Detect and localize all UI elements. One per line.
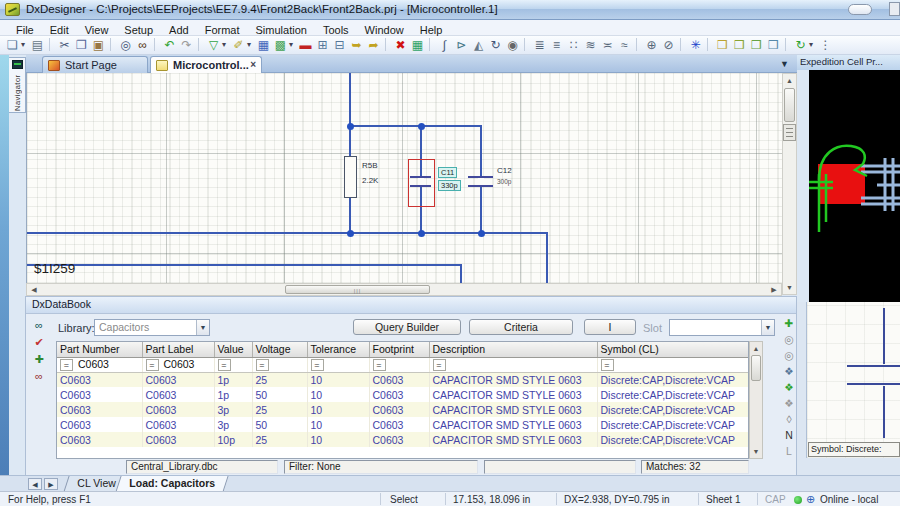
cell-preview-canvas[interactable] <box>809 70 900 302</box>
group-icon[interactable]: ⊕ <box>643 36 660 54</box>
filter-operator-dropdown[interactable]: = <box>60 359 73 371</box>
wire-vertical-right[interactable] <box>546 232 548 283</box>
menu-item-view[interactable]: View <box>77 23 117 36</box>
scroll-right-icon[interactable]: ▶ <box>769 284 779 295</box>
part-cell[interactable]: 1p <box>214 387 252 402</box>
rotate-icon[interactable]: ↻ <box>487 36 504 54</box>
toolbar-overflow-icon[interactable]: ⋮ <box>817 36 834 54</box>
filter-operator-dropdown[interactable]: = <box>256 359 269 371</box>
filter-cell[interactable]: =C0603 <box>57 357 142 372</box>
grid-icon[interactable]: ▦ <box>255 36 272 54</box>
resistor-ref-label[interactable]: R5B <box>362 161 378 170</box>
sync-icon[interactable]: ↻ <box>792 36 809 54</box>
part-cell[interactable]: C0603 <box>369 432 429 447</box>
dropdown-caret-icon[interactable]: ▾ <box>289 36 297 54</box>
ungroup-icon[interactable]: ⊘ <box>660 36 677 54</box>
schematic-canvas[interactable]: R5B 2.2K C11 330p C12 300p $1I259 <box>26 73 782 283</box>
sheet-remove-icon[interactable]: ⊟ <box>331 36 348 54</box>
part-cell[interactable]: 25 <box>252 372 307 387</box>
pin-view-icon[interactable]: ◎ <box>779 332 799 348</box>
align-left-icon[interactable]: ≋ <box>582 36 599 54</box>
undo-icon[interactable]: ↶ <box>161 36 178 54</box>
part-cell[interactable]: C0603 <box>369 402 429 417</box>
wire-vertical-lower[interactable] <box>460 264 462 283</box>
export-icon[interactable]: ➦ <box>365 36 382 54</box>
table-vscrollbar[interactable]: ▲ ▼ <box>749 341 763 459</box>
filter-operator-dropdown[interactable]: = <box>433 359 446 371</box>
menu-item-simulation[interactable]: Simulation <box>248 23 315 36</box>
tab-close-icon[interactable]: × <box>250 59 256 70</box>
part-cell[interactable]: 25 <box>252 432 307 447</box>
window-control-partial[interactable] <box>889 2 900 16</box>
filter-cell[interactable]: = <box>214 357 252 372</box>
delete-icon[interactable]: ✖ <box>392 36 409 54</box>
tab-scroll-left-icon[interactable]: ◀ <box>28 478 42 490</box>
c11-ref-label[interactable]: C11 <box>438 167 457 178</box>
filter-value[interactable]: C0603 <box>78 358 109 370</box>
symbol-preview-panel[interactable] <box>806 302 900 458</box>
cut-icon[interactable]: ✂ <box>56 36 73 54</box>
label-assign-icon[interactable]: L <box>779 444 799 460</box>
part-cell[interactable]: 10p <box>214 432 252 447</box>
schematic-vscrollbar[interactable]: ▲ ▼ <box>782 73 797 295</box>
draw-mode-icon[interactable]: ✐ <box>230 36 247 54</box>
net-assign-icon[interactable]: N <box>779 428 799 444</box>
place-part-icon[interactable]: ✚ <box>29 351 49 368</box>
new-icon[interactable]: ❏ <box>4 36 21 54</box>
part-cell[interactable]: C0603 <box>142 432 214 447</box>
symbol-gray-icon[interactable]: ❖ <box>779 396 799 412</box>
menu-item-window[interactable]: Window <box>357 23 412 36</box>
filter-operator-dropdown[interactable]: = <box>373 359 386 371</box>
filter-operator-dropdown[interactable]: = <box>311 359 324 371</box>
part-row[interactable]: C0603C06031p2510C0603CAPACITOR SMD STYLE… <box>57 372 748 387</box>
push-block-icon[interactable]: ❒ <box>714 36 731 54</box>
part-cell[interactable]: C0603 <box>57 402 142 417</box>
net-icon[interactable]: ∫ <box>436 36 453 54</box>
part-cell[interactable]: CAPACITOR SMD STYLE 0603 <box>429 417 597 432</box>
menu-item-format[interactable]: Format <box>197 23 248 36</box>
query-builder-button[interactable]: Query Builder <box>353 319 461 335</box>
c12-value-label[interactable]: 300p <box>497 178 511 185</box>
select-mode-icon[interactable]: ▽ <box>205 36 222 54</box>
part-row[interactable]: C0603C06033p5010C0603CAPACITOR SMD STYLE… <box>57 417 748 432</box>
criteria-button[interactable]: Criteria <box>469 319 573 335</box>
column-header-voltage[interactable]: Voltage <box>252 342 307 357</box>
part-cell[interactable]: C0603 <box>57 372 142 387</box>
column-header-symbol-cl-[interactable]: Symbol (CL) <box>597 342 748 357</box>
dropdown-caret-icon[interactable]: ▾ <box>809 36 817 54</box>
filter-cell[interactable]: =C0603 <box>142 357 214 372</box>
i-button[interactable]: I <box>584 319 636 335</box>
dropdown-caret-icon[interactable]: ▾ <box>222 36 230 54</box>
resistor-r5b[interactable] <box>344 156 357 198</box>
align-middle-icon[interactable]: ≡ <box>548 36 565 54</box>
c11-value-label[interactable]: 330p <box>438 180 461 191</box>
column-header-footprint[interactable]: Footprint <box>369 342 429 357</box>
search-db-icon[interactable]: ∞ <box>29 368 49 385</box>
symbol-update-icon[interactable]: ❖ <box>779 380 799 396</box>
column-header-part-number[interactable]: Part Number <box>57 342 142 357</box>
wire-horizontal-top[interactable] <box>349 125 482 127</box>
filter-operator-dropdown[interactable]: = <box>146 359 159 371</box>
part-cell[interactable]: 10 <box>307 402 369 417</box>
c12-ref-label[interactable]: C12 <box>497 166 512 175</box>
part-cell[interactable]: 10 <box>307 432 369 447</box>
copy-icon[interactable]: ❐ <box>73 36 90 54</box>
dropdown-caret-icon[interactable]: ▾ <box>21 36 29 54</box>
part-cell[interactable]: C0603 <box>142 417 214 432</box>
part-cell[interactable]: C0603 <box>369 387 429 402</box>
find-part-icon[interactable]: ◉ <box>504 36 521 54</box>
tab-start-page[interactable]: Start Page <box>42 56 148 73</box>
minimize-button[interactable] <box>848 4 872 15</box>
bus-icon[interactable]: ⊳ <box>453 36 470 54</box>
hscroll-thumb[interactable]: ||| <box>285 285 430 294</box>
part-cell[interactable]: CAPACITOR SMD STYLE 0603 <box>429 402 597 417</box>
tab-overflow-icon[interactable]: ▼ <box>780 59 789 69</box>
filter-cell[interactable]: = <box>429 357 597 372</box>
redo-icon[interactable]: ↷ <box>178 36 195 54</box>
title-bar[interactable]: DxDesigner - C:\Projects\EEProjects\EE7.… <box>0 0 900 20</box>
tab-scroll-right-icon[interactable]: ▶ <box>44 478 58 490</box>
pop-sheet-icon[interactable]: ❒ <box>765 36 782 54</box>
print-icon[interactable]: ▤ <box>29 36 46 54</box>
paste-icon[interactable]: ▣ <box>90 36 107 54</box>
filter-cell[interactable]: = <box>597 357 748 372</box>
